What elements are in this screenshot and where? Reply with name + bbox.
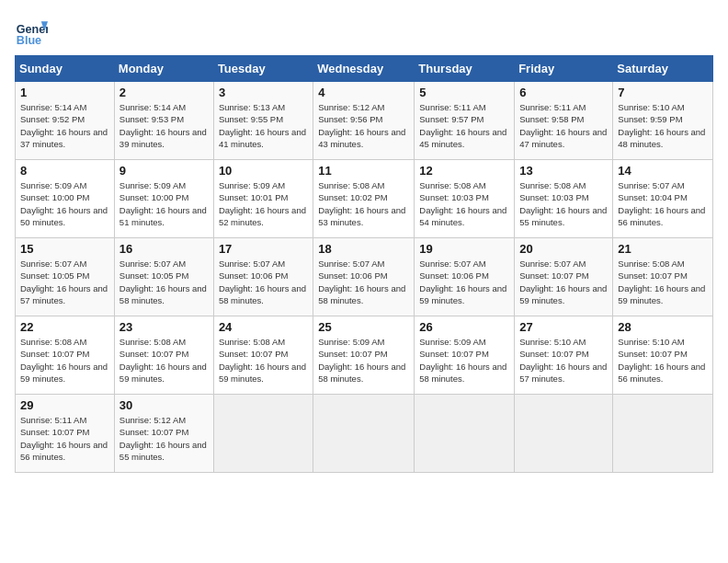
calendar-cell: 24Sunrise: 5:08 AMSunset: 10:07 PMDaylig… bbox=[213, 316, 313, 395]
calendar-cell bbox=[613, 395, 713, 473]
day-number: 9 bbox=[119, 164, 209, 178]
calendar-cell: 6Sunrise: 5:11 AMSunset: 9:58 PMDaylight… bbox=[515, 82, 613, 160]
day-detail: Sunrise: 5:11 AMSunset: 9:57 PMDaylight:… bbox=[419, 101, 509, 150]
day-detail: Sunrise: 5:08 AMSunset: 10:02 PMDaylight… bbox=[318, 179, 409, 228]
day-number: 5 bbox=[419, 86, 509, 99]
day-detail: Sunrise: 5:14 AMSunset: 9:53 PMDaylight:… bbox=[119, 101, 209, 150]
header-row: SundayMondayTuesdayWednesdayThursdayFrid… bbox=[16, 56, 713, 82]
day-number: 3 bbox=[219, 86, 308, 99]
day-number: 11 bbox=[318, 164, 409, 178]
column-header-thursday: Thursday bbox=[415, 56, 515, 82]
day-number: 15 bbox=[20, 242, 109, 256]
logo: General Blue bbox=[15, 15, 48, 48]
day-number: 29 bbox=[20, 398, 109, 412]
day-number: 27 bbox=[519, 320, 608, 334]
day-detail: Sunrise: 5:12 AMSunset: 9:56 PMDaylight:… bbox=[318, 101, 409, 150]
calendar-cell: 8Sunrise: 5:09 AMSunset: 10:00 PMDayligh… bbox=[16, 160, 115, 238]
calendar-cell: 19Sunrise: 5:07 AMSunset: 10:06 PMDaylig… bbox=[415, 238, 515, 316]
day-number: 14 bbox=[618, 164, 708, 178]
column-header-wednesday: Wednesday bbox=[313, 56, 415, 82]
day-number: 13 bbox=[519, 164, 608, 178]
calendar-cell bbox=[515, 395, 613, 473]
day-detail: Sunrise: 5:12 AMSunset: 10:07 PMDaylight… bbox=[119, 414, 209, 463]
day-detail: Sunrise: 5:09 AMSunset: 10:07 PMDaylight… bbox=[419, 336, 509, 385]
calendar-cell: 23Sunrise: 5:08 AMSunset: 10:07 PMDaylig… bbox=[114, 316, 213, 395]
calendar-cell: 26Sunrise: 5:09 AMSunset: 10:07 PMDaylig… bbox=[415, 316, 515, 395]
day-detail: Sunrise: 5:07 AMSunset: 10:06 PMDaylight… bbox=[419, 258, 509, 306]
day-number: 7 bbox=[618, 86, 708, 99]
day-detail: Sunrise: 5:10 AMSunset: 10:07 PMDaylight… bbox=[618, 336, 708, 385]
day-number: 26 bbox=[419, 320, 509, 334]
day-number: 4 bbox=[318, 86, 409, 99]
day-number: 24 bbox=[219, 320, 308, 334]
day-number: 22 bbox=[20, 320, 109, 334]
day-detail: Sunrise: 5:09 AMSunset: 10:00 PMDaylight… bbox=[119, 179, 209, 228]
calendar-cell: 16Sunrise: 5:07 AMSunset: 10:05 PMDaylig… bbox=[114, 238, 213, 316]
day-number: 23 bbox=[119, 320, 209, 334]
day-number: 19 bbox=[419, 242, 509, 256]
day-detail: Sunrise: 5:10 AMSunset: 9:59 PMDaylight:… bbox=[618, 101, 708, 150]
calendar-week-5: 29Sunrise: 5:11 AMSunset: 10:07 PMDaylig… bbox=[16, 395, 713, 473]
calendar-week-4: 22Sunrise: 5:08 AMSunset: 10:07 PMDaylig… bbox=[16, 316, 713, 395]
calendar-cell: 17Sunrise: 5:07 AMSunset: 10:06 PMDaylig… bbox=[213, 238, 313, 316]
day-detail: Sunrise: 5:09 AMSunset: 10:07 PMDaylight… bbox=[318, 336, 409, 385]
day-number: 2 bbox=[119, 86, 209, 99]
day-detail: Sunrise: 5:09 AMSunset: 10:01 PMDaylight… bbox=[219, 179, 308, 228]
calendar-cell: 2Sunrise: 5:14 AMSunset: 9:53 PMDaylight… bbox=[114, 82, 213, 160]
day-number: 30 bbox=[119, 398, 209, 412]
day-number: 25 bbox=[318, 320, 409, 334]
day-number: 20 bbox=[519, 242, 608, 256]
day-number: 18 bbox=[318, 242, 409, 256]
day-number: 28 bbox=[618, 320, 708, 334]
day-number: 1 bbox=[20, 86, 109, 99]
calendar-cell bbox=[313, 395, 415, 473]
day-number: 12 bbox=[419, 164, 509, 178]
calendar-cell: 28Sunrise: 5:10 AMSunset: 10:07 PMDaylig… bbox=[613, 316, 713, 395]
calendar-cell: 30Sunrise: 5:12 AMSunset: 10:07 PMDaylig… bbox=[114, 395, 213, 473]
calendar-cell: 13Sunrise: 5:08 AMSunset: 10:03 PMDaylig… bbox=[515, 160, 613, 238]
day-number: 8 bbox=[20, 164, 109, 178]
calendar-cell: 14Sunrise: 5:07 AMSunset: 10:04 PMDaylig… bbox=[613, 160, 713, 238]
calendar-cell: 1Sunrise: 5:14 AMSunset: 9:52 PMDaylight… bbox=[16, 82, 115, 160]
calendar-cell bbox=[213, 395, 313, 473]
column-header-monday: Monday bbox=[114, 56, 213, 82]
day-detail: Sunrise: 5:07 AMSunset: 10:07 PMDaylight… bbox=[519, 258, 608, 306]
day-number: 17 bbox=[219, 242, 308, 256]
day-detail: Sunrise: 5:07 AMSunset: 10:06 PMDaylight… bbox=[318, 258, 409, 306]
day-number: 21 bbox=[618, 242, 708, 256]
day-detail: Sunrise: 5:08 AMSunset: 10:07 PMDaylight… bbox=[219, 336, 308, 385]
day-detail: Sunrise: 5:07 AMSunset: 10:04 PMDaylight… bbox=[618, 179, 708, 228]
day-number: 10 bbox=[219, 164, 308, 178]
calendar-cell: 25Sunrise: 5:09 AMSunset: 10:07 PMDaylig… bbox=[313, 316, 415, 395]
calendar-week-3: 15Sunrise: 5:07 AMSunset: 10:05 PMDaylig… bbox=[16, 238, 713, 316]
calendar-week-1: 1Sunrise: 5:14 AMSunset: 9:52 PMDaylight… bbox=[16, 82, 713, 160]
day-detail: Sunrise: 5:09 AMSunset: 10:00 PMDaylight… bbox=[20, 179, 109, 228]
calendar-cell: 29Sunrise: 5:11 AMSunset: 10:07 PMDaylig… bbox=[16, 395, 115, 473]
day-detail: Sunrise: 5:14 AMSunset: 9:52 PMDaylight:… bbox=[20, 101, 109, 150]
logo-icon: General Blue bbox=[15, 15, 48, 48]
page-header: General Blue bbox=[15, 15, 713, 48]
svg-text:Blue: Blue bbox=[17, 34, 41, 47]
calendar-cell: 18Sunrise: 5:07 AMSunset: 10:06 PMDaylig… bbox=[313, 238, 415, 316]
calendar-cell: 4Sunrise: 5:12 AMSunset: 9:56 PMDaylight… bbox=[313, 82, 415, 160]
calendar-table: SundayMondayTuesdayWednesdayThursdayFrid… bbox=[15, 55, 713, 473]
column-header-tuesday: Tuesday bbox=[213, 56, 313, 82]
calendar-cell: 27Sunrise: 5:10 AMSunset: 10:07 PMDaylig… bbox=[515, 316, 613, 395]
calendar-cell: 21Sunrise: 5:08 AMSunset: 10:07 PMDaylig… bbox=[613, 238, 713, 316]
column-header-friday: Friday bbox=[515, 56, 613, 82]
column-header-saturday: Saturday bbox=[613, 56, 713, 82]
day-number: 16 bbox=[119, 242, 209, 256]
day-detail: Sunrise: 5:11 AMSunset: 10:07 PMDaylight… bbox=[20, 414, 109, 463]
day-detail: Sunrise: 5:08 AMSunset: 10:07 PMDaylight… bbox=[119, 336, 209, 385]
calendar-cell: 5Sunrise: 5:11 AMSunset: 9:57 PMDaylight… bbox=[415, 82, 515, 160]
day-detail: Sunrise: 5:08 AMSunset: 10:03 PMDaylight… bbox=[519, 179, 608, 228]
day-detail: Sunrise: 5:13 AMSunset: 9:55 PMDaylight:… bbox=[219, 101, 308, 150]
day-detail: Sunrise: 5:07 AMSunset: 10:05 PMDaylight… bbox=[20, 258, 109, 306]
calendar-cell: 15Sunrise: 5:07 AMSunset: 10:05 PMDaylig… bbox=[16, 238, 115, 316]
calendar-cell: 7Sunrise: 5:10 AMSunset: 9:59 PMDaylight… bbox=[613, 82, 713, 160]
calendar-cell bbox=[415, 395, 515, 473]
calendar-cell: 11Sunrise: 5:08 AMSunset: 10:02 PMDaylig… bbox=[313, 160, 415, 238]
day-detail: Sunrise: 5:07 AMSunset: 10:05 PMDaylight… bbox=[119, 258, 209, 306]
calendar-week-2: 8Sunrise: 5:09 AMSunset: 10:00 PMDayligh… bbox=[16, 160, 713, 238]
day-number: 6 bbox=[519, 86, 608, 99]
